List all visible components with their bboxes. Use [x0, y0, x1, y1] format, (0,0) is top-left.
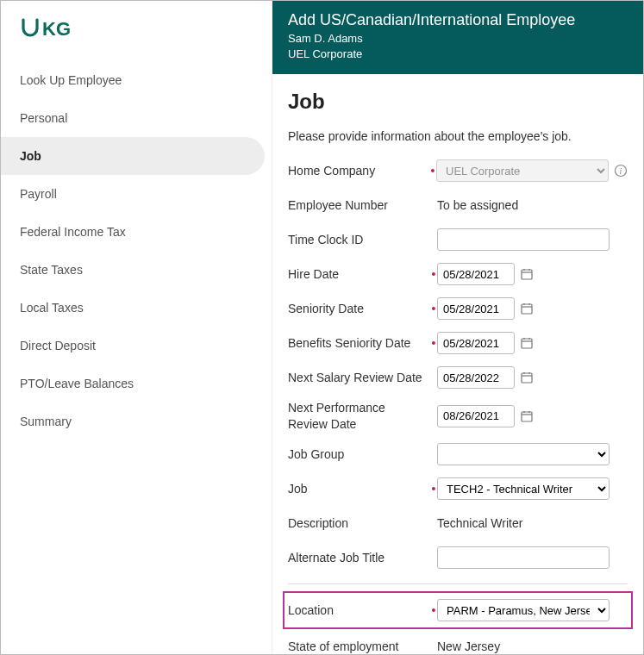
employee-number-label: Employee Number [288, 197, 430, 213]
location-select[interactable]: PARM - Paramus, New Jersey [437, 599, 610, 621]
location-label: Location [288, 602, 430, 618]
svg-rect-9 [522, 304, 532, 314]
field-hire-date: Hire Date • [288, 262, 628, 286]
job-group-select[interactable] [437, 443, 610, 465]
sidebar-item-look-up-employee[interactable]: Look Up Employee [1, 61, 265, 99]
sidebar: KG Look Up Employee Personal Job Payroll… [1, 1, 272, 654]
required-marker: • [430, 267, 437, 281]
sidebar-item-personal[interactable]: Personal [1, 99, 265, 137]
page-intro: Please provide information about the emp… [288, 129, 628, 143]
alternate-job-title-input[interactable] [437, 546, 610, 569]
content-area: Job Please provide information about the… [272, 74, 643, 654]
field-time-clock-id: Time Clock ID [288, 228, 628, 252]
svg-rect-5 [522, 270, 532, 279]
required-marker: • [430, 482, 437, 496]
sidebar-item-direct-deposit[interactable]: Direct Deposit [1, 327, 265, 365]
field-job-group: Job Group [288, 442, 628, 466]
job-group-label: Job Group [288, 446, 430, 462]
time-clock-id-label: Time Clock ID [288, 232, 430, 247]
sidebar-item-state-taxes[interactable]: State Taxes [1, 251, 265, 289]
svg-rect-21 [522, 412, 532, 421]
field-location: Location • PARM - Paramus, New Jersey [288, 598, 628, 622]
field-state-of-employment: State of employment New Jersey [288, 634, 628, 654]
calendar-icon[interactable] [520, 371, 534, 384]
employee-number-value: To be assigned [437, 198, 518, 212]
field-alternate-job-title: Alternate Job Title [288, 546, 628, 570]
seniority-date-label: Seniority Date [288, 301, 430, 316]
field-description: Description Technical Writer [288, 511, 628, 535]
field-employee-number: Employee Number To be assigned [288, 193, 628, 217]
state-of-employment-value: New Jersey [437, 639, 500, 653]
header-title: Add US/Canadian/International Employee [288, 11, 628, 29]
page-header: Add US/Canadian/International Employee S… [272, 1, 643, 74]
svg-point-0 [22, 19, 24, 21]
sidebar-item-local-taxes[interactable]: Local Taxes [1, 289, 265, 327]
description-label: Description [288, 515, 430, 531]
home-company-label: Home Company [288, 163, 429, 178]
page-title: Job [288, 90, 628, 114]
sidebar-item-summary[interactable]: Summary [1, 402, 265, 440]
header-person: Sam D. Adams [288, 31, 628, 47]
benefits-seniority-date-label: Benefits Seniority Date [288, 335, 430, 351]
header-company: UEL Corporate [288, 47, 628, 62]
seniority-date-input[interactable] [437, 297, 515, 320]
job-select[interactable]: TECH2 - Technical Writer [437, 477, 610, 500]
sidebar-item-pto-leave-balances[interactable]: PTO/Leave Balances [1, 365, 265, 402]
svg-rect-17 [522, 373, 532, 383]
app-frame: KG Look Up Employee Personal Job Payroll… [0, 0, 644, 655]
info-icon[interactable]: i [614, 164, 628, 178]
time-clock-id-input[interactable] [437, 228, 610, 251]
required-marker: • [430, 302, 437, 315]
sidebar-item-federal-income-tax[interactable]: Federal Income Tax [1, 213, 265, 251]
calendar-icon[interactable] [520, 302, 534, 315]
logo: KG [1, 16, 272, 61]
svg-text:KG: KG [42, 18, 71, 40]
main-panel: Add US/Canadian/International Employee S… [272, 1, 643, 654]
hire-date-input[interactable] [437, 263, 515, 285]
next-performance-review-date-input[interactable] [437, 405, 515, 427]
svg-rect-13 [522, 339, 532, 348]
calendar-icon[interactable] [520, 336, 534, 350]
field-seniority-date: Seniority Date • [288, 296, 628, 321]
alternate-job-title-label: Alternate Job Title [288, 550, 430, 565]
ukg-logo-icon: KG [20, 16, 82, 41]
field-benefits-seniority-date: Benefits Seniority Date • [288, 331, 628, 355]
description-value: Technical Writer [437, 516, 522, 530]
next-performance-review-date-label: Next Performance Review Date [288, 400, 430, 431]
field-next-performance-review-date: Next Performance Review Date [288, 400, 628, 431]
home-company-select[interactable]: UEL Corporate [436, 159, 609, 182]
sidebar-item-payroll[interactable]: Payroll [1, 175, 265, 213]
calendar-icon[interactable] [520, 267, 534, 281]
hire-date-label: Hire Date [288, 266, 430, 282]
svg-text:i: i [620, 166, 622, 176]
benefits-seniority-date-input[interactable] [437, 332, 515, 354]
section-divider [288, 583, 628, 584]
required-marker: • [430, 603, 437, 617]
required-marker: • [430, 336, 437, 350]
state-of-employment-label: State of employment [288, 639, 430, 654]
required-marker: • [429, 164, 436, 178]
sidebar-item-job[interactable]: Job [1, 137, 265, 175]
calendar-icon[interactable] [520, 409, 534, 423]
field-next-salary-review-date: Next Salary Review Date [288, 365, 628, 390]
field-job: Job • TECH2 - Technical Writer [288, 477, 628, 501]
location-highlight: Location • PARM - Paramus, New Jersey [283, 591, 633, 629]
next-salary-review-date-label: Next Salary Review Date [288, 370, 430, 385]
next-salary-review-date-input[interactable] [437, 366, 515, 389]
job-label: Job [288, 481, 430, 496]
field-home-company: Home Company • UEL Corporate i [288, 159, 628, 183]
svg-point-1 [36, 19, 38, 21]
